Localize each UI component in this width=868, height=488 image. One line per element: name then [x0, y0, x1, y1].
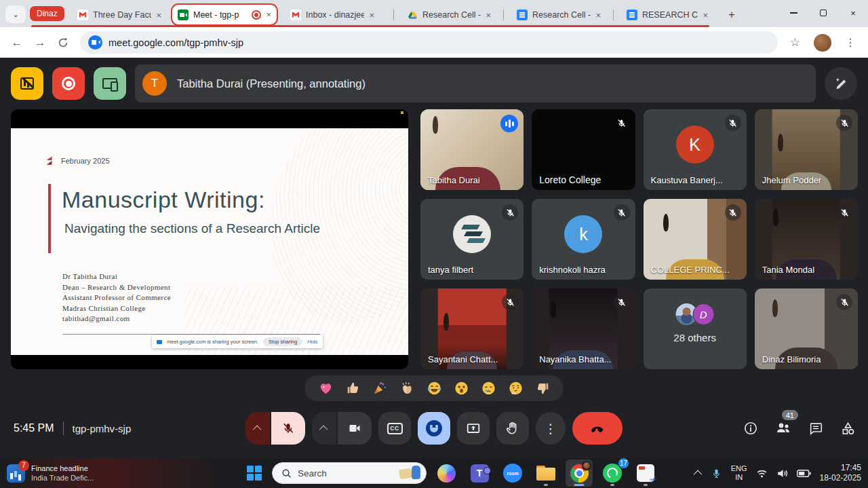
- recording-button[interactable]: [52, 67, 85, 100]
- tab-close-icon[interactable]: ×: [266, 10, 271, 20]
- tab-research-cell-doc[interactable]: Research Cell - W ×: [511, 5, 606, 25]
- activities-button[interactable]: [840, 421, 856, 436]
- presenter-avatar: T: [142, 71, 167, 96]
- reaction-cry[interactable]: [481, 381, 496, 396]
- companion-devices-button[interactable]: [94, 67, 126, 100]
- battery-icon[interactable]: [797, 469, 811, 478]
- reaction-party-popper[interactable]: [372, 381, 388, 396]
- tab-search-button[interactable]: ⌄: [5, 5, 26, 23]
- participants-button[interactable]: 41: [775, 420, 791, 436]
- wifi-icon[interactable]: [756, 468, 768, 479]
- activities-icon: [840, 421, 856, 436]
- participant-tile-jhelum-podder[interactable]: Jhelum Podder: [755, 109, 858, 190]
- zoom-app-button[interactable]: zoom: [499, 459, 526, 487]
- participant-tile-sayantani-chatterjee[interactable]: Sayantani Chatt...: [420, 288, 524, 369]
- copilot-app-button[interactable]: [433, 459, 460, 487]
- participant-tile-loreto-college[interactable]: Loreto College: [532, 109, 635, 190]
- chat-button[interactable]: [808, 421, 823, 436]
- more-options-button[interactable]: ⋮: [536, 412, 566, 445]
- others-avatar-letter: D: [692, 303, 714, 325]
- participant-tile-28-others[interactable]: D 28 others: [644, 288, 747, 369]
- hide-toast-button[interactable]: Hide: [307, 339, 317, 345]
- whiteboard-off-button[interactable]: [11, 67, 43, 100]
- meet-app: T Tabitha Durai (Presenting, annotating): [0, 58, 868, 458]
- whatsapp-app-button[interactable]: 17: [599, 459, 626, 487]
- raise-hand-button[interactable]: [496, 412, 529, 445]
- language-switcher[interactable]: ENG IN: [731, 464, 747, 482]
- reaction-thinking[interactable]: [508, 381, 524, 396]
- meeting-info-button[interactable]: [743, 421, 758, 436]
- participant-tile-tabitha-durai[interactable]: Tabitha Durai: [420, 109, 524, 190]
- participant-name: Kaustuva Banerj...: [651, 175, 723, 185]
- forward-button[interactable]: →: [30, 33, 50, 53]
- window-minimize-button[interactable]: [778, 0, 808, 26]
- reload-button[interactable]: [53, 33, 73, 53]
- browser-menu-icon[interactable]: ⋮: [840, 36, 861, 49]
- taskbar-search[interactable]: Search: [272, 462, 427, 484]
- tab-inbox[interactable]: Inbox - dinazjeej ×: [285, 5, 380, 25]
- reaction-thumbs-up[interactable]: [345, 381, 361, 396]
- captions-button[interactable]: CC: [378, 412, 411, 445]
- mic-off-icon: [502, 204, 518, 221]
- widget-badge: 7: [18, 460, 29, 471]
- tray-overflow-button[interactable]: [696, 470, 702, 476]
- reaction-joy[interactable]: [427, 381, 442, 396]
- shared-screen-tile[interactable]: February 2025 Manuscript Writing: Naviga…: [11, 109, 408, 369]
- tab-research-cell-caps[interactable]: RESEARCH CELL ×: [621, 5, 713, 25]
- participant-tile-kaustuva-banerjee[interactable]: K Kaustuva Banerj...: [644, 109, 747, 190]
- participant-tile-nayanika-bhattacharya[interactable]: Nayanika Bhatta...: [532, 288, 635, 369]
- mic-options-button[interactable]: [245, 412, 270, 445]
- reaction-sparkling-heart[interactable]: [318, 381, 334, 396]
- volume-icon[interactable]: [776, 468, 788, 479]
- participant-tile-tania-mondal[interactable]: Tania Mondal: [755, 199, 858, 280]
- tab-close-icon[interactable]: ×: [369, 10, 374, 20]
- window-maximize-button[interactable]: [808, 0, 838, 26]
- tab-close-icon[interactable]: ×: [486, 10, 491, 20]
- reactions-button[interactable]: [418, 412, 450, 445]
- tab-close-icon[interactable]: ×: [595, 10, 601, 20]
- back-button[interactable]: ←: [7, 33, 27, 53]
- screen-share-icon: [157, 340, 162, 344]
- tab-three-day-faculty[interactable]: Three Day Facult ×: [72, 5, 167, 25]
- tab-close-icon[interactable]: ×: [703, 10, 708, 20]
- mic-off-icon: [614, 115, 630, 131]
- bookmark-star-icon[interactable]: ☆: [785, 35, 806, 50]
- snipping-tool-button[interactable]: ✂: [632, 459, 659, 487]
- reaction-thumbs-down[interactable]: [535, 381, 551, 396]
- reaction-clap[interactable]: [399, 381, 415, 396]
- tab-group-label[interactable]: Dinaz: [30, 6, 64, 21]
- presenter-banner[interactable]: T Tabitha Durai (Presenting, annotating): [135, 64, 816, 102]
- teams-app-button[interactable]: T: [466, 459, 493, 487]
- camera-button[interactable]: [338, 412, 372, 445]
- end-call-button[interactable]: [572, 412, 623, 445]
- annotate-button[interactable]: [825, 67, 857, 100]
- participant-avatar: K: [676, 126, 714, 164]
- widgets-button[interactable]: 7 Finance headline India Trade Defic...: [7, 464, 94, 483]
- participant-tile-krishnokoli-hazra[interactable]: k krishnokoli hazra: [532, 199, 635, 280]
- participant-tile-college-princ[interactable]: COLLEGE PRINC...: [644, 199, 747, 280]
- file-explorer-button[interactable]: [532, 459, 559, 487]
- reaction-astonished[interactable]: [454, 381, 469, 396]
- search-placeholder: Search: [298, 468, 392, 478]
- participant-tile-tanya-filbert[interactable]: tanya filbert: [420, 199, 524, 280]
- tab-research-cell-drive[interactable]: Research Cell - G ×: [401, 5, 496, 25]
- profile-avatar[interactable]: [814, 34, 831, 52]
- present-button[interactable]: [457, 412, 490, 445]
- mic-mute-button[interactable]: [271, 412, 305, 445]
- start-button[interactable]: [243, 462, 266, 485]
- gmail-icon: [77, 10, 88, 20]
- participant-tile-dinaz-bilimoria[interactable]: Dinaz Bilimoria: [755, 288, 858, 369]
- new-tab-button[interactable]: +: [723, 6, 741, 24]
- pen-sparkle-icon: [833, 76, 848, 91]
- tab-close-icon[interactable]: ×: [156, 10, 161, 20]
- camera-options-button[interactable]: [312, 412, 336, 445]
- url-text[interactable]: meet.google.com/tgp-pmhv-sjp: [108, 37, 243, 48]
- window-close-button[interactable]: ×: [838, 0, 868, 26]
- address-bar[interactable]: meet.google.com/tgp-pmhv-sjp: [80, 31, 778, 54]
- chrome-app-button[interactable]: [566, 459, 593, 487]
- taskbar-clock[interactable]: 17:45 18-02-2025: [820, 463, 861, 483]
- stop-sharing-button[interactable]: Stop sharing: [263, 337, 302, 346]
- tab-meet-active[interactable]: Meet - tgp-p ×: [171, 3, 278, 26]
- tab-separator: [613, 10, 614, 20]
- mic-in-use-indicator[interactable]: [711, 468, 722, 479]
